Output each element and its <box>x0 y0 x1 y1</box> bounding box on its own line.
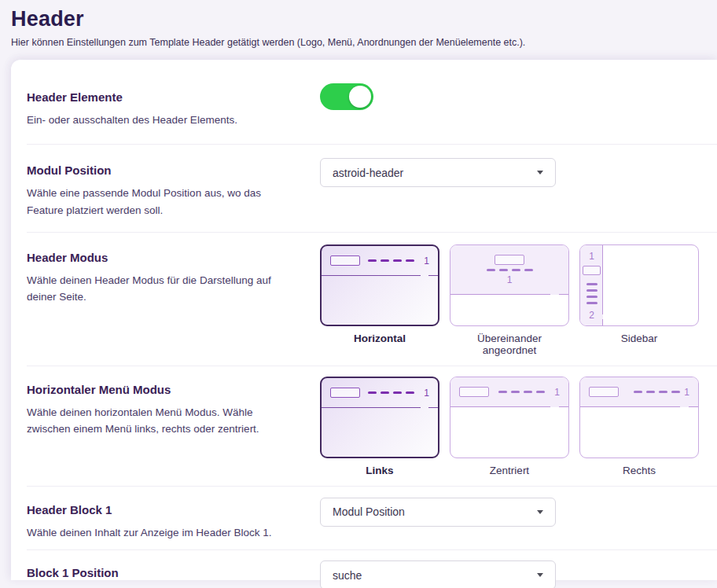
modul-position-select-value: astroid-header <box>333 167 403 179</box>
row-modul-position: Modul Position Wähle eine passende Modul… <box>27 145 717 233</box>
menu-zentriert-preview: 1 <box>450 377 569 458</box>
header-modus-option-stacked[interactable]: 1 Übereinander angeordnet <box>450 244 569 356</box>
menue-modus-options: 1 Links 1 Zen <box>320 377 699 476</box>
menu-dashes-icon <box>368 391 414 394</box>
logo-placeholder-icon <box>495 255 524 265</box>
chevron-down-icon <box>537 171 543 175</box>
header-block-1-select-value: Modul Position <box>333 505 405 518</box>
menu-links-preview: 1 <box>320 377 439 458</box>
chevron-down-icon <box>537 573 543 577</box>
page-header: Header Hier können Einstellungen zum Tem… <box>0 0 717 48</box>
menu-rechts-preview: 1 <box>579 377 699 458</box>
settings-card: Header Elemente Ein- oder ausschalten de… <box>11 60 717 580</box>
menue-modus-option-rechts[interactable]: 1 Rechts <box>579 377 699 476</box>
modul-position-select[interactable]: astroid-header <box>320 158 556 187</box>
block-number: 1 <box>684 388 689 397</box>
logo-placeholder-icon <box>330 388 360 398</box>
chevron-down-icon <box>537 510 543 514</box>
option-label: Horizontal <box>320 333 439 344</box>
menue-modus-label: Horizontaler Menü Modus <box>27 383 320 396</box>
option-label: Sidebar <box>579 333 699 344</box>
stacked-preview: 1 <box>450 244 569 326</box>
header-block-1-description: Wähle deinen Inhalt zur Anzeige im Heade… <box>27 524 298 541</box>
row-header-block-1: Header Block 1 Wähle deinen Inhalt zur A… <box>27 487 717 550</box>
header-elemente-description: Ein- oder ausschalten des Header Element… <box>27 112 298 128</box>
header-elemente-label: Header Elemente <box>27 90 320 104</box>
menu-dashes-icon <box>498 391 545 393</box>
logo-placeholder-icon <box>589 387 619 397</box>
row-block-1-position: Block 1 Position Wähle eine Position für… <box>27 550 717 588</box>
option-label: Zentriert <box>450 465 569 476</box>
modul-position-label: Modul Position <box>27 164 320 177</box>
modul-position-description: Wähle eine passende Modul Position aus, … <box>27 185 298 219</box>
menue-modus-option-zentriert[interactable]: 1 Zentriert <box>450 377 569 476</box>
option-label: Links <box>320 465 439 476</box>
block-number: 1 <box>507 275 513 285</box>
row-header-elemente: Header Elemente Ein- oder ausschalten de… <box>27 60 717 145</box>
header-modus-description: Wähle deinen Header Modus für die Darste… <box>27 272 298 306</box>
page-title: Header <box>11 7 706 31</box>
menue-modus-description: Wähle deinen horizontalen Menü Modus. Wä… <box>27 404 298 438</box>
block-number: 1 <box>589 252 594 261</box>
block-1-position-select[interactable]: suche <box>320 560 556 588</box>
menu-dashes-icon <box>586 283 598 304</box>
header-modus-option-sidebar[interactable]: 1 2 Sidebar <box>579 244 699 356</box>
header-modus-options: 1 Horizontal 1 <box>320 244 699 356</box>
option-label: Übereinander angeordnet <box>450 333 569 356</box>
row-header-modus: Header Modus Wähle deinen Header Modus f… <box>27 233 717 366</box>
page-subtitle: Hier können Einstellungen zum Template H… <box>11 37 706 48</box>
row-menue-modus: Horizontaler Menü Modus Wähle deinen hor… <box>27 366 717 487</box>
header-block-1-label: Header Block 1 <box>27 503 320 516</box>
block-number: 1 <box>424 388 429 398</box>
menu-dashes-icon <box>487 269 533 271</box>
logo-placeholder-icon <box>583 266 601 275</box>
horizontal-preview: 1 <box>320 244 439 326</box>
block-number: 2 <box>589 311 594 320</box>
block-number: 1 <box>554 388 560 397</box>
menu-dashes-icon <box>634 391 680 393</box>
logo-placeholder-icon <box>459 387 489 397</box>
menu-dashes-icon <box>368 259 414 262</box>
block-1-position-select-value: suche <box>333 569 362 582</box>
toggle-knob <box>349 86 371 108</box>
menue-modus-option-links[interactable]: 1 Links <box>320 377 439 476</box>
sidebar-preview: 1 2 <box>579 244 699 326</box>
logo-placeholder-icon <box>330 255 360 266</box>
block-1-position-label: Block 1 Position <box>27 566 320 579</box>
header-modus-label: Header Modus <box>27 251 320 264</box>
block-number: 1 <box>424 256 429 266</box>
option-label: Rechts <box>579 465 699 476</box>
header-elemente-toggle[interactable] <box>320 83 373 110</box>
header-modus-option-horizontal[interactable]: 1 Horizontal <box>320 244 439 356</box>
header-block-1-select[interactable]: Modul Position <box>320 498 556 527</box>
